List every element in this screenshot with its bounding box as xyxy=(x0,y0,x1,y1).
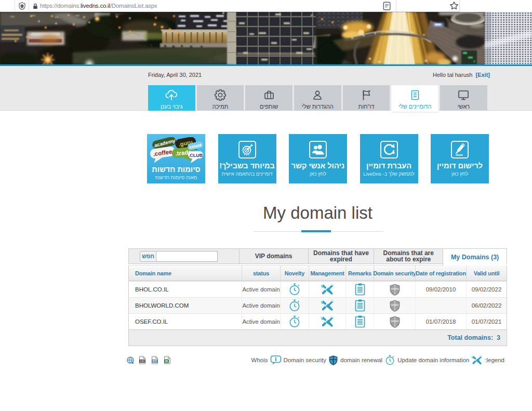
svg-text:CSV: CSV xyxy=(140,360,145,363)
svg-text:RTF: RTF xyxy=(153,360,157,363)
svg-text:.CLUB: .CLUB xyxy=(189,153,203,158)
